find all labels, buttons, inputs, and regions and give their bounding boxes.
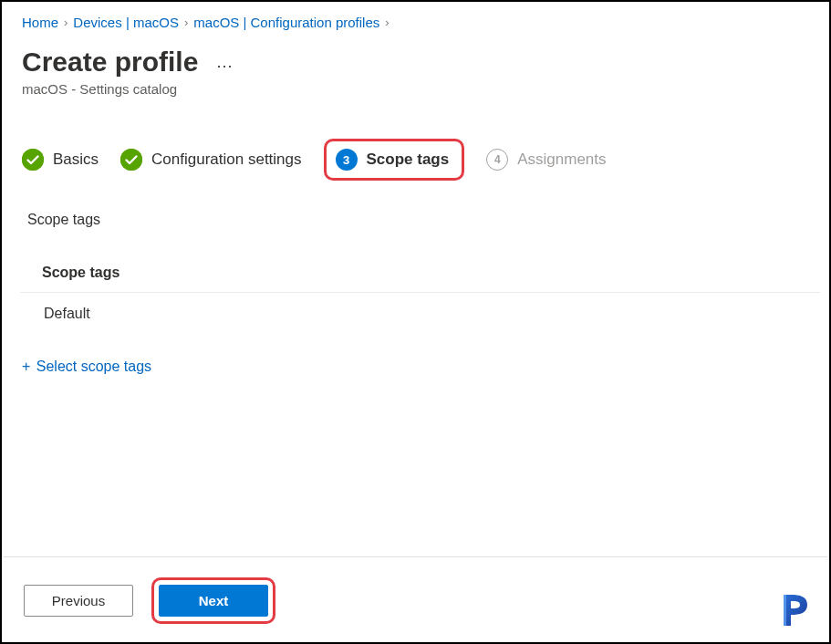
wizard-step-label: Assignments: [517, 151, 606, 169]
wizard-step-configuration[interactable]: Configuration settings: [120, 149, 301, 171]
breadcrumb-profiles[interactable]: macOS | Configuration profiles: [193, 15, 379, 30]
chevron-right-icon: ›: [64, 16, 68, 29]
chevron-right-icon: ›: [385, 16, 389, 29]
check-icon: [22, 149, 44, 171]
wizard-step-assignments: 4 Assignments: [486, 149, 606, 171]
plus-icon: +: [22, 358, 30, 374]
next-button[interactable]: Next: [159, 585, 268, 617]
chevron-right-icon: ›: [184, 16, 188, 29]
check-icon: [120, 149, 142, 171]
page-title: Create profile: [22, 47, 198, 78]
table-row: Default: [22, 293, 809, 337]
highlight-annotation: Next: [151, 577, 275, 624]
step-number-icon: 3: [336, 149, 358, 171]
select-scope-tags-link[interactable]: + Select scope tags: [22, 358, 809, 375]
previous-button[interactable]: Previous: [24, 585, 133, 617]
wizard-steps: Basics Configuration settings 3 Scope ta…: [22, 139, 809, 181]
highlight-annotation: 3 Scope tags: [324, 139, 465, 181]
section-title: Scope tags: [27, 212, 809, 228]
wizard-step-label: Basics: [53, 151, 99, 169]
table-header-scope-tags: Scope tags: [20, 265, 820, 293]
select-scope-tags-label: Select scope tags: [36, 358, 151, 374]
svg-point-0: [22, 149, 44, 171]
svg-point-1: [120, 149, 142, 171]
wizard-step-basics[interactable]: Basics: [22, 149, 99, 171]
breadcrumb-devices[interactable]: Devices | macOS: [73, 15, 179, 30]
breadcrumb: Home › Devices | macOS › macOS | Configu…: [22, 15, 809, 30]
brand-logo-icon: [778, 591, 816, 629]
wizard-step-scope-tags[interactable]: 3 Scope tags: [336, 149, 450, 171]
wizard-step-label: Scope tags: [367, 151, 450, 169]
footer-bar: Previous Next: [4, 556, 827, 640]
page-subtitle: macOS - Settings catalog: [22, 81, 809, 97]
wizard-step-label: Configuration settings: [151, 151, 301, 169]
breadcrumb-home[interactable]: Home: [22, 15, 58, 30]
more-icon[interactable]: ···: [213, 53, 236, 79]
step-number-icon: 4: [486, 149, 508, 171]
